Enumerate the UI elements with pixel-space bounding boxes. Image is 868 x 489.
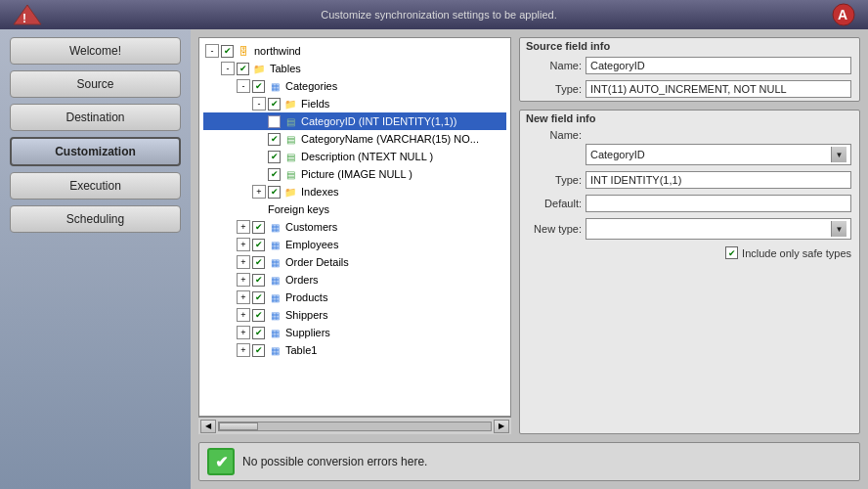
tree-item-picture[interactable]: ✔ ▤ Picture (IMAGE NULL )	[203, 165, 506, 183]
folder-icon-fields: 📁	[282, 97, 298, 111]
sidebar-btn-scheduling[interactable]: Scheduling	[10, 205, 181, 233]
new-newtype-row: New type: ▼	[520, 215, 859, 243]
tree-label-suppliers: Suppliers	[285, 327, 330, 338]
include-safe-types-checkbox[interactable]: ✔	[725, 246, 738, 259]
folder-icon-tables: 📁	[251, 62, 267, 75]
scroll-track[interactable]	[218, 422, 492, 431]
new-field-info-title: New field info	[520, 111, 859, 126]
tree-check-picture[interactable]: ✔	[268, 168, 281, 181]
tree-item-northwind[interactable]: - ✔ 🗄 northwind	[203, 42, 506, 60]
status-bar: ✔ No possible conversion errors here.	[198, 442, 860, 481]
new-newtype-select-arrow[interactable]: ▼	[831, 221, 846, 237]
tree-expander-tables[interactable]: -	[221, 62, 235, 75]
tree-item-shippers[interactable]: + ✔ ▦ Shippers	[203, 306, 506, 324]
tree-item-description[interactable]: ✔ ▤ Description (NTEXT NULL )	[203, 148, 506, 165]
content-top: - ✔ 🗄 northwind - ✔ 📁 Tables	[198, 37, 860, 434]
tree-item-suppliers[interactable]: + ✔ ▦ Suppliers	[203, 324, 506, 341]
sidebar-btn-source[interactable]: Source	[10, 70, 181, 98]
tree-panel[interactable]: - ✔ 🗄 northwind - ✔ 📁 Tables	[198, 37, 511, 417]
tree-label-categories: Categories	[285, 80, 337, 92]
tree-expander-northwind[interactable]: -	[205, 44, 219, 58]
tree-expander-employees[interactable]: +	[237, 238, 250, 251]
tree-item-fields[interactable]: - ✔ 📁 Fields	[203, 95, 506, 112]
tree-label-fields: Fields	[301, 98, 329, 110]
table-icon-orders: ▦	[267, 273, 282, 287]
scroll-left-btn[interactable]: ◀	[200, 420, 216, 433]
tree-scrollbar[interactable]: ◀ ▶	[198, 417, 511, 434]
header-icon-right: A	[829, 1, 858, 28]
tree-label-orderdetails: Order Details	[285, 256, 349, 268]
tree-item-categoryid[interactable]: ✔ ▤ CategoryID (INT IDENTITY(1,1))	[203, 112, 506, 130]
new-name-select[interactable]: CategoryID ▼	[586, 144, 851, 165]
tree-expander-fields[interactable]: -	[252, 97, 266, 111]
tree-expander-orderdetails[interactable]: +	[237, 255, 250, 269]
tree-item-categories[interactable]: - ✔ ▦ Categories	[203, 77, 506, 95]
scroll-right-btn[interactable]: ▶	[494, 420, 509, 433]
sidebar-btn-execution[interactable]: Execution	[10, 172, 181, 200]
new-type-row: Type: INT IDENTITY(1,1)	[520, 168, 859, 192]
tree-expander-suppliers[interactable]: +	[237, 326, 250, 339]
tree-expander-products[interactable]: +	[237, 290, 250, 304]
tree-label-foreignkeys: Foreign keys	[268, 203, 329, 215]
svg-text:A: A	[838, 7, 847, 22]
new-name-row: Name:	[520, 126, 859, 144]
tree-item-customers[interactable]: + ✔ ▦ Customers	[203, 218, 506, 236]
tree-item-orders[interactable]: + ✔ ▦ Orders	[203, 271, 506, 289]
tree-item-tables[interactable]: - ✔ 📁 Tables	[203, 60, 506, 77]
tree-item-categoryname[interactable]: ✔ ▤ CategoryName (VARCHAR(15) NO...	[203, 130, 506, 148]
include-safe-types-label: Include only safe types	[742, 247, 851, 259]
tree-check-indexes[interactable]: ✔	[268, 186, 281, 199]
tree-check-categoryname[interactable]: ✔	[268, 133, 281, 146]
table-icon-shippers: ▦	[267, 308, 282, 322]
tree-check-tables[interactable]: ✔	[237, 63, 249, 75]
svg-text:!: !	[22, 12, 26, 25]
table-icon-orderdetails: ▦	[267, 255, 282, 269]
source-field-info-title: Source field info	[520, 38, 859, 54]
tree-label-description: Description (NTEXT NULL )	[301, 151, 433, 162]
new-name-label: Name:	[528, 129, 582, 141]
source-field-info-box: Source field info Name: CategoryID Type:…	[519, 37, 860, 102]
tree-check-orders[interactable]: ✔	[252, 274, 265, 287]
tree-label-shippers: Shippers	[285, 309, 327, 321]
tree-expander-orders[interactable]: +	[237, 273, 250, 287]
tree-check-table1[interactable]: ✔	[252, 344, 265, 357]
scroll-thumb[interactable]	[219, 422, 258, 430]
table-icon-table1: ▦	[267, 343, 282, 357]
new-default-label: Default:	[528, 198, 582, 209]
sidebar-btn-destination[interactable]: Destination	[10, 104, 181, 131]
tree-label-picture: Picture (IMAGE NULL )	[301, 168, 412, 180]
tree-label-orders: Orders	[285, 274, 319, 286]
new-name-select-arrow[interactable]: ▼	[831, 147, 846, 162]
tree-check-shippers[interactable]: ✔	[252, 309, 265, 322]
tree-inner: - ✔ 🗄 northwind - ✔ 📁 Tables	[199, 38, 510, 416]
tree-check-categories[interactable]: ✔	[252, 80, 265, 93]
tree-expander-customers[interactable]: +	[237, 220, 250, 234]
tree-check-northwind[interactable]: ✔	[221, 45, 234, 58]
tree-item-table1[interactable]: + ✔ ▦ Table1	[203, 341, 506, 359]
tree-check-orderdetails[interactable]: ✔	[252, 256, 265, 269]
tree-expander-shippers[interactable]: +	[237, 308, 250, 322]
sidebar-btn-customization[interactable]: Customization	[10, 137, 181, 166]
tree-check-fields[interactable]: ✔	[268, 98, 281, 111]
tree-item-employees[interactable]: + ✔ ▦ Employees	[203, 236, 506, 253]
tree-label-table1: Table1	[285, 344, 317, 356]
tree-expander-categories[interactable]: -	[237, 79, 250, 93]
new-default-input[interactable]	[586, 195, 851, 212]
tree-check-employees[interactable]: ✔	[252, 239, 265, 251]
tree-label-products: Products	[285, 291, 327, 303]
tree-check-products[interactable]: ✔	[252, 291, 265, 304]
tree-item-orderdetails[interactable]: + ✔ ▦ Order Details	[203, 253, 506, 271]
tree-item-products[interactable]: + ✔ ▦ Products	[203, 289, 506, 306]
tree-item-foreignkeys[interactable]: Foreign keys	[203, 200, 506, 218]
tree-check-customers[interactable]: ✔	[252, 221, 265, 234]
tree-expander-indexes[interactable]: +	[252, 185, 266, 199]
tree-check-description[interactable]: ✔	[268, 151, 281, 163]
tree-check-categoryid[interactable]: ✔	[268, 115, 281, 128]
tree-expander-table1[interactable]: +	[237, 343, 250, 357]
tree-check-suppliers[interactable]: ✔	[252, 327, 265, 339]
new-newtype-select[interactable]: ▼	[586, 218, 851, 240]
sidebar-btn-welcome[interactable]: Welcome!	[10, 37, 181, 65]
main-container: Welcome! Source Destination Customizatio…	[0, 29, 868, 489]
content-area: - ✔ 🗄 northwind - ✔ 📁 Tables	[191, 29, 868, 489]
tree-item-indexes[interactable]: + ✔ 📁 Indexes	[203, 183, 506, 200]
